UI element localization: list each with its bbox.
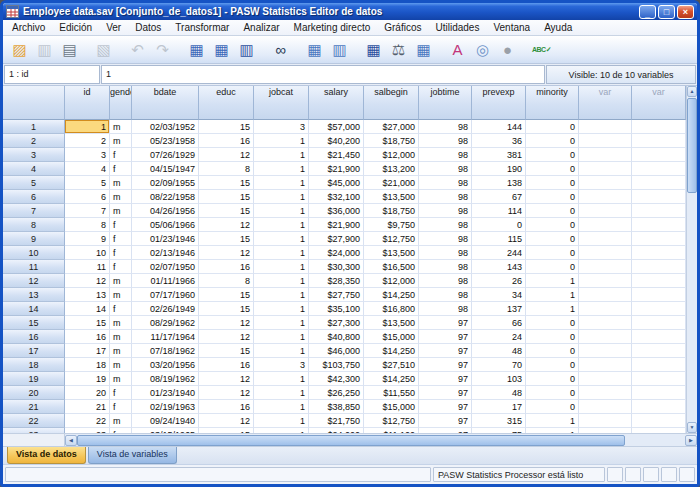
close-button[interactable]: × <box>677 5 694 19</box>
cell-6-var2[interactable] <box>632 190 686 204</box>
cell-14-var1[interactable] <box>579 302 632 316</box>
cell-16-id[interactable]: 16 <box>65 330 110 344</box>
cell-17-id[interactable]: 17 <box>65 344 110 358</box>
cell-7-salbegin[interactable]: $18,750 <box>364 204 419 218</box>
cell-8-minority[interactable]: 0 <box>526 218 579 232</box>
row-header-6[interactable]: 6 <box>3 190 65 204</box>
cell-10-minority[interactable]: 0 <box>526 246 579 260</box>
column-header-salary[interactable]: salary <box>309 86 364 120</box>
row-header-10[interactable]: 10 <box>3 246 65 260</box>
find-button[interactable]: ∞ <box>268 38 293 62</box>
cell-22-gender[interactable]: m <box>110 414 132 428</box>
cell-3-var1[interactable] <box>579 148 632 162</box>
column-header-var1[interactable]: var <box>579 86 632 120</box>
cell-21-var2[interactable] <box>632 400 686 414</box>
cell-21-prevexp[interactable]: 17 <box>472 400 526 414</box>
cell-11-var2[interactable] <box>632 260 686 274</box>
cell-7-gender[interactable]: m <box>110 204 132 218</box>
cell-17-var1[interactable] <box>579 344 632 358</box>
cell-4-salbegin[interactable]: $13,200 <box>364 162 419 176</box>
cell-6-salbegin[interactable]: $13,500 <box>364 190 419 204</box>
cell-3-jobcat[interactable]: 1 <box>254 148 309 162</box>
cell-13-id[interactable]: 13 <box>65 288 110 302</box>
cell-11-jobcat[interactable]: 1 <box>254 260 309 274</box>
cell-5-var1[interactable] <box>579 176 632 190</box>
cell-22-prevexp[interactable]: 315 <box>472 414 526 428</box>
menu-datos[interactable]: Datos <box>128 21 168 34</box>
cell-7-salary[interactable]: $36,000 <box>309 204 364 218</box>
cell-3-salbegin[interactable]: $12,000 <box>364 148 419 162</box>
cell-9-salary[interactable]: $27,900 <box>309 232 364 246</box>
cell-12-id[interactable]: 12 <box>65 274 110 288</box>
cell-16-minority[interactable]: 0 <box>526 330 579 344</box>
cell-12-jobtime[interactable]: 98 <box>419 274 472 288</box>
cell-23-id[interactable]: 23 <box>65 428 110 433</box>
horizontal-scroll-thumb[interactable] <box>77 435 625 446</box>
cell-19-var2[interactable] <box>632 372 686 386</box>
row-header-23[interactable]: 23 <box>3 428 65 433</box>
row-header-5[interactable]: 5 <box>3 176 65 190</box>
cell-15-bdate[interactable]: 08/29/1962 <box>132 316 199 330</box>
cell-23-prevexp[interactable]: 75 <box>472 428 526 433</box>
cell-18-jobtime[interactable]: 97 <box>419 358 472 372</box>
cell-4-var1[interactable] <box>579 162 632 176</box>
cell-18-id[interactable]: 18 <box>65 358 110 372</box>
cell-20-salbegin[interactable]: $11,550 <box>364 386 419 400</box>
cell-10-jobtime[interactable]: 98 <box>419 246 472 260</box>
cell-21-jobtime[interactable]: 97 <box>419 400 472 414</box>
cell-22-var2[interactable] <box>632 414 686 428</box>
menu-marketing-directo[interactable]: Marketing directo <box>287 21 378 34</box>
cell-3-minority[interactable]: 0 <box>526 148 579 162</box>
menu-edición[interactable]: Edición <box>52 21 99 34</box>
cell-21-educ[interactable]: 16 <box>199 400 254 414</box>
cell-22-salary[interactable]: $21,750 <box>309 414 364 428</box>
minimize-button[interactable]: _ <box>639 5 656 19</box>
menu-ventana[interactable]: Ventana <box>486 21 537 34</box>
cell-12-gender[interactable]: m <box>110 274 132 288</box>
cell-23-jobtime[interactable]: 97 <box>419 428 472 433</box>
cell-9-salbegin[interactable]: $12,750 <box>364 232 419 246</box>
cell-9-id[interactable]: 9 <box>65 232 110 246</box>
cell-8-bdate[interactable]: 05/06/1966 <box>132 218 199 232</box>
cell-18-jobcat[interactable]: 3 <box>254 358 309 372</box>
cell-17-prevexp[interactable]: 48 <box>472 344 526 358</box>
cell-13-salbegin[interactable]: $14,250 <box>364 288 419 302</box>
cell-22-educ[interactable]: 12 <box>199 414 254 428</box>
cell-6-salary[interactable]: $32,100 <box>309 190 364 204</box>
cell-21-salbegin[interactable]: $15,000 <box>364 400 419 414</box>
cell-5-prevexp[interactable]: 138 <box>472 176 526 190</box>
cell-22-bdate[interactable]: 09/24/1940 <box>132 414 199 428</box>
cell-3-educ[interactable]: 12 <box>199 148 254 162</box>
cell-23-salbegin[interactable]: $11,100 <box>364 428 419 433</box>
cell-6-educ[interactable]: 15 <box>199 190 254 204</box>
cell-7-jobcat[interactable]: 1 <box>254 204 309 218</box>
cell-16-educ[interactable]: 12 <box>199 330 254 344</box>
cell-6-jobtime[interactable]: 98 <box>419 190 472 204</box>
cell-20-jobtime[interactable]: 97 <box>419 386 472 400</box>
insert-cases-button[interactable]: ▦ <box>302 38 327 62</box>
cell-11-salbegin[interactable]: $16,500 <box>364 260 419 274</box>
cell-23-var1[interactable] <box>579 428 632 433</box>
column-header-educ[interactable]: educ <box>199 86 254 120</box>
cell-21-minority[interactable]: 0 <box>526 400 579 414</box>
cell-19-salbegin[interactable]: $14,250 <box>364 372 419 386</box>
cell-15-var1[interactable] <box>579 316 632 330</box>
cell-11-var1[interactable] <box>579 260 632 274</box>
cell-10-prevexp[interactable]: 244 <box>472 246 526 260</box>
cell-2-jobtime[interactable]: 98 <box>419 134 472 148</box>
cell-21-jobcat[interactable]: 1 <box>254 400 309 414</box>
row-header-3[interactable]: 3 <box>3 148 65 162</box>
select-cases-button[interactable]: ▦ <box>411 38 436 62</box>
cell-17-gender[interactable]: m <box>110 344 132 358</box>
row-header-18[interactable]: 18 <box>3 358 65 372</box>
scroll-down-icon[interactable]: ▼ <box>687 422 697 433</box>
cell-21-bdate[interactable]: 02/19/1963 <box>132 400 199 414</box>
row-header-15[interactable]: 15 <box>3 316 65 330</box>
cell-9-bdate[interactable]: 01/23/1946 <box>132 232 199 246</box>
cell-8-educ[interactable]: 12 <box>199 218 254 232</box>
cell-8-var2[interactable] <box>632 218 686 232</box>
row-header-22[interactable]: 22 <box>3 414 65 428</box>
cell-11-prevexp[interactable]: 143 <box>472 260 526 274</box>
cell-19-jobcat[interactable]: 1 <box>254 372 309 386</box>
cell-4-var2[interactable] <box>632 162 686 176</box>
